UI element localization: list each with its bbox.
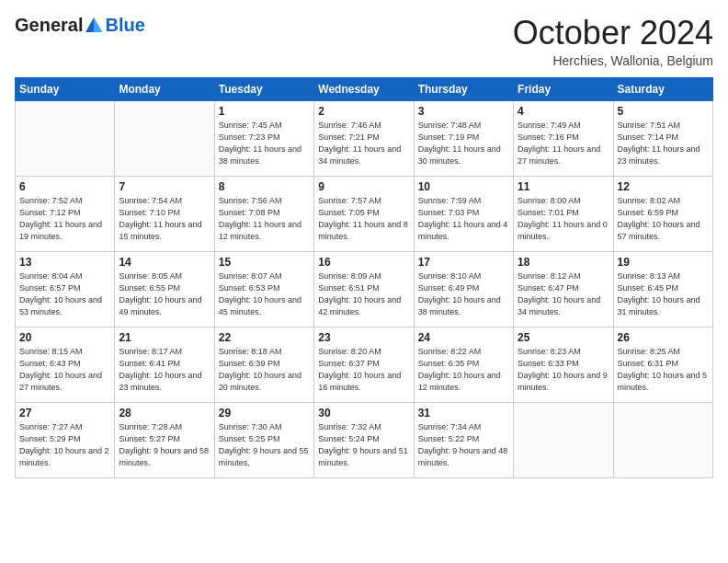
table-row: 21Sunrise: 8:17 AM Sunset: 6:41 PM Dayli… <box>115 327 214 402</box>
table-row: 12Sunrise: 8:02 AM Sunset: 6:59 PM Dayli… <box>613 176 712 251</box>
day-info: Sunrise: 7:48 AM Sunset: 7:19 PM Dayligh… <box>418 120 509 167</box>
header: General Blue October 2024 Herchies, Wall… <box>15 15 713 68</box>
table-row: 8Sunrise: 7:56 AM Sunset: 7:08 PM Daylig… <box>214 176 313 251</box>
day-number: 21 <box>119 331 210 344</box>
table-row: 5Sunrise: 7:51 AM Sunset: 7:14 PM Daylig… <box>613 100 712 176</box>
day-info: Sunrise: 8:09 AM Sunset: 6:51 PM Dayligh… <box>318 270 409 318</box>
day-number: 28 <box>119 407 210 419</box>
table-row: 11Sunrise: 8:00 AM Sunset: 7:01 PM Dayli… <box>514 176 613 251</box>
day-number: 4 <box>518 105 609 118</box>
day-number: 25 <box>518 331 609 344</box>
day-info: Sunrise: 8:20 AM Sunset: 6:37 PM Dayligh… <box>318 346 409 394</box>
calendar: Sunday Monday Tuesday Wednesday Thursday… <box>15 77 713 478</box>
table-row: 7Sunrise: 7:54 AM Sunset: 7:10 PM Daylig… <box>115 176 214 251</box>
table-row: 25Sunrise: 8:23 AM Sunset: 6:33 PM Dayli… <box>514 327 613 402</box>
table-row: 17Sunrise: 8:10 AM Sunset: 6:49 PM Dayli… <box>414 251 513 327</box>
table-row: 19Sunrise: 8:13 AM Sunset: 6:45 PM Dayli… <box>613 251 712 327</box>
day-number: 7 <box>119 180 210 193</box>
table-row: 20Sunrise: 8:15 AM Sunset: 6:43 PM Dayli… <box>16 327 115 402</box>
day-number: 27 <box>19 407 110 419</box>
day-info: Sunrise: 7:59 AM Sunset: 7:03 PM Dayligh… <box>418 195 509 243</box>
table-row: 14Sunrise: 8:05 AM Sunset: 6:55 PM Dayli… <box>115 251 214 327</box>
col-wednesday: Wednesday <box>314 77 414 100</box>
day-number: 24 <box>418 331 509 344</box>
calendar-week-row: 13Sunrise: 8:04 AM Sunset: 6:57 PM Dayli… <box>16 251 713 327</box>
logo-blue-text: Blue <box>105 15 144 36</box>
logo-area: General Blue <box>15 15 145 36</box>
table-row: 23Sunrise: 8:20 AM Sunset: 6:37 PM Dayli… <box>314 327 414 402</box>
table-row: 9Sunrise: 7:57 AM Sunset: 7:05 PM Daylig… <box>314 176 414 251</box>
day-number: 23 <box>318 331 409 344</box>
day-number: 20 <box>19 331 110 344</box>
day-number: 30 <box>318 407 409 419</box>
day-number: 16 <box>318 256 409 269</box>
day-info: Sunrise: 7:34 AM Sunset: 5:22 PM Dayligh… <box>418 421 509 469</box>
table-row <box>16 100 115 176</box>
day-info: Sunrise: 8:15 AM Sunset: 6:43 PM Dayligh… <box>19 346 110 394</box>
table-row: 26Sunrise: 8:25 AM Sunset: 6:31 PM Dayli… <box>613 327 712 402</box>
day-info: Sunrise: 7:32 AM Sunset: 5:24 PM Dayligh… <box>318 421 409 469</box>
day-number: 11 <box>518 180 609 193</box>
day-number: 19 <box>618 256 709 269</box>
day-number: 10 <box>418 180 509 193</box>
day-number: 5 <box>618 105 709 118</box>
day-info: Sunrise: 8:13 AM Sunset: 6:45 PM Dayligh… <box>618 270 709 318</box>
table-row: 22Sunrise: 8:18 AM Sunset: 6:39 PM Dayli… <box>214 327 313 402</box>
table-row: 4Sunrise: 7:49 AM Sunset: 7:16 PM Daylig… <box>514 100 613 176</box>
day-info: Sunrise: 8:04 AM Sunset: 6:57 PM Dayligh… <box>19 270 110 318</box>
day-number: 2 <box>318 105 409 118</box>
calendar-week-row: 27Sunrise: 7:27 AM Sunset: 5:29 PM Dayli… <box>16 402 713 477</box>
table-row: 30Sunrise: 7:32 AM Sunset: 5:24 PM Dayli… <box>314 402 414 477</box>
day-info: Sunrise: 8:18 AM Sunset: 6:39 PM Dayligh… <box>219 346 310 394</box>
col-monday: Monday <box>115 77 214 100</box>
day-number: 1 <box>219 105 310 118</box>
table-row: 6Sunrise: 7:52 AM Sunset: 7:12 PM Daylig… <box>16 176 115 251</box>
day-info: Sunrise: 7:54 AM Sunset: 7:10 PM Dayligh… <box>119 195 210 243</box>
day-number: 3 <box>418 105 509 118</box>
day-number: 8 <box>219 180 310 193</box>
svg-marker-1 <box>94 17 102 32</box>
day-number: 14 <box>119 256 210 269</box>
table-row: 31Sunrise: 7:34 AM Sunset: 5:22 PM Dayli… <box>414 402 513 477</box>
day-number: 15 <box>219 256 310 269</box>
day-info: Sunrise: 8:00 AM Sunset: 7:01 PM Dayligh… <box>518 195 609 243</box>
table-row: 28Sunrise: 7:28 AM Sunset: 5:27 PM Dayli… <box>115 402 214 477</box>
day-number: 9 <box>318 180 409 193</box>
day-info: Sunrise: 8:02 AM Sunset: 6:59 PM Dayligh… <box>618 195 709 243</box>
day-info: Sunrise: 7:51 AM Sunset: 7:14 PM Dayligh… <box>618 120 709 167</box>
day-number: 29 <box>219 407 310 419</box>
day-info: Sunrise: 7:46 AM Sunset: 7:21 PM Dayligh… <box>318 120 409 167</box>
table-row <box>613 402 712 477</box>
logo-icon <box>84 16 104 36</box>
day-info: Sunrise: 8:12 AM Sunset: 6:47 PM Dayligh… <box>518 270 609 318</box>
day-info: Sunrise: 7:27 AM Sunset: 5:29 PM Dayligh… <box>19 421 110 469</box>
table-row: 10Sunrise: 7:59 AM Sunset: 7:03 PM Dayli… <box>414 176 513 251</box>
day-number: 18 <box>518 256 609 269</box>
day-info: Sunrise: 8:10 AM Sunset: 6:49 PM Dayligh… <box>418 270 509 318</box>
table-row: 29Sunrise: 7:30 AM Sunset: 5:25 PM Dayli… <box>214 402 313 477</box>
table-row: 13Sunrise: 8:04 AM Sunset: 6:57 PM Dayli… <box>16 251 115 327</box>
day-info: Sunrise: 7:57 AM Sunset: 7:05 PM Dayligh… <box>318 195 409 243</box>
day-info: Sunrise: 7:45 AM Sunset: 7:23 PM Dayligh… <box>219 120 310 167</box>
table-row: 1Sunrise: 7:45 AM Sunset: 7:23 PM Daylig… <box>214 100 313 176</box>
day-info: Sunrise: 7:56 AM Sunset: 7:08 PM Dayligh… <box>219 195 310 243</box>
table-row: 3Sunrise: 7:48 AM Sunset: 7:19 PM Daylig… <box>414 100 513 176</box>
day-number: 12 <box>618 180 709 193</box>
logo-general-text: General <box>15 15 83 36</box>
day-info: Sunrise: 7:28 AM Sunset: 5:27 PM Dayligh… <box>119 421 210 469</box>
table-row: 18Sunrise: 8:12 AM Sunset: 6:47 PM Dayli… <box>514 251 613 327</box>
day-number: 6 <box>19 180 110 193</box>
title-area: October 2024 Herchies, Wallonia, Belgium <box>513 15 713 68</box>
table-row: 27Sunrise: 7:27 AM Sunset: 5:29 PM Dayli… <box>16 402 115 477</box>
calendar-week-row: 1Sunrise: 7:45 AM Sunset: 7:23 PM Daylig… <box>16 100 713 176</box>
logo: General Blue <box>15 15 145 36</box>
day-info: Sunrise: 8:22 AM Sunset: 6:35 PM Dayligh… <box>418 346 509 394</box>
day-number: 26 <box>618 331 709 344</box>
table-row <box>514 402 613 477</box>
col-thursday: Thursday <box>414 77 513 100</box>
day-info: Sunrise: 7:49 AM Sunset: 7:16 PM Dayligh… <box>518 120 609 167</box>
page: General Blue October 2024 Herchies, Wall… <box>0 0 728 486</box>
day-info: Sunrise: 8:07 AM Sunset: 6:53 PM Dayligh… <box>219 270 310 318</box>
col-tuesday: Tuesday <box>214 77 313 100</box>
day-info: Sunrise: 8:25 AM Sunset: 6:31 PM Dayligh… <box>618 346 709 394</box>
